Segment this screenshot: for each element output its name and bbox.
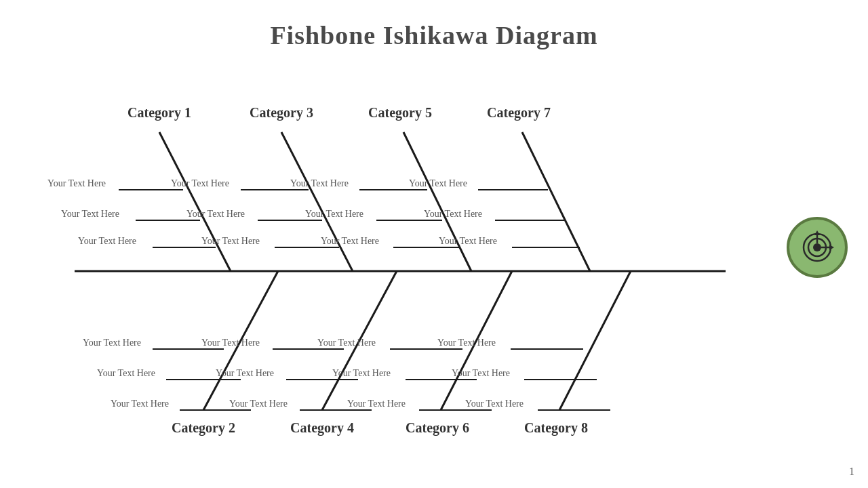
svg-point-35 — [813, 243, 821, 251]
cat2-text-1: Your Text Here — [83, 338, 141, 348]
cat4-text-1: Your Text Here — [201, 338, 260, 348]
cat3-text-3: Your Text Here — [201, 236, 260, 247]
cat6-text-2: Your Text Here — [332, 368, 391, 379]
cat7-text-1: Your Text Here — [409, 178, 467, 189]
category-6-label: Category 6 — [390, 420, 485, 436]
cat2-text-2: Your Text Here — [97, 368, 155, 379]
cat8-text-1: Your Text Here — [437, 338, 496, 348]
cat6-text-1: Your Text Here — [317, 338, 376, 348]
category-4-label: Category 4 — [275, 420, 370, 436]
cat1-text-3: Your Text Here — [78, 236, 136, 247]
cat8-text-3: Your Text Here — [465, 399, 524, 409]
category-8-label: Category 8 — [509, 420, 604, 436]
cat6-text-3: Your Text Here — [347, 399, 406, 409]
category-5-label: Category 5 — [353, 105, 448, 121]
svg-line-13 — [522, 132, 590, 271]
cat3-text-1: Your Text Here — [171, 178, 229, 189]
cat2-text-3: Your Text Here — [111, 399, 169, 409]
svg-line-9 — [403, 132, 471, 271]
cat5-text-3: Your Text Here — [321, 236, 379, 247]
page-title: Fishbone Ishikawa Diagram — [0, 0, 868, 50]
cat1-text-1: Your Text Here — [47, 178, 106, 189]
cat3-text-2: Your Text Here — [186, 209, 245, 220]
svg-marker-37 — [829, 245, 834, 250]
category-2-label: Category 2 — [156, 420, 251, 436]
target-svg — [800, 230, 834, 264]
page-number: 1 — [849, 466, 854, 478]
svg-line-1 — [159, 132, 231, 271]
svg-marker-39 — [814, 230, 820, 235]
category-3-label: Category 3 — [234, 105, 329, 121]
category-7-label: Category 7 — [471, 105, 566, 121]
category-1-label: Category 1 — [112, 105, 207, 121]
cat8-text-2: Your Text Here — [452, 368, 510, 379]
cat4-text-3: Your Text Here — [229, 399, 288, 409]
svg-line-5 — [281, 132, 353, 271]
cat7-text-3: Your Text Here — [439, 236, 497, 247]
target-icon — [787, 217, 848, 278]
cat7-text-2: Your Text Here — [424, 209, 482, 220]
svg-line-29 — [559, 271, 631, 410]
cat1-text-2: Your Text Here — [61, 209, 119, 220]
cat5-text-1: Your Text Here — [290, 178, 349, 189]
cat4-text-2: Your Text Here — [216, 368, 274, 379]
diagram-container: Category 1 Category 3 Category 5 Categor… — [41, 75, 760, 468]
cat5-text-2: Your Text Here — [305, 209, 363, 220]
